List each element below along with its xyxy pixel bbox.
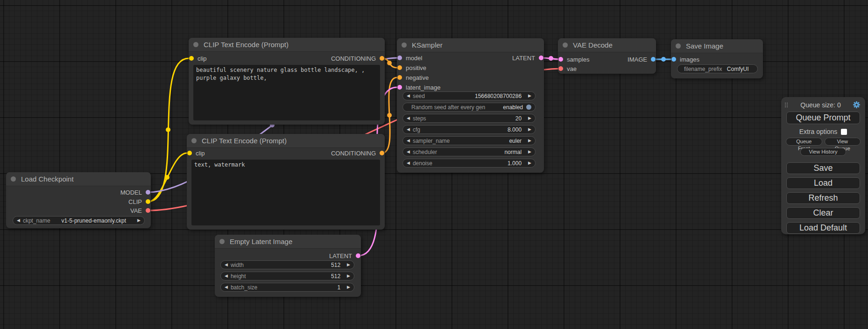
width-widget[interactable]: ◀ width 512 ▶: [220, 260, 354, 269]
input-slot-latent-image[interactable]: latent_image: [397, 83, 544, 92]
node-empty-latent-image[interactable]: Empty Latent Image LATENT ◀ width 512 ▶ …: [215, 235, 361, 297]
steps-widget[interactable]: ◀ steps 20 ▶: [402, 114, 536, 123]
vae-slot-icon[interactable]: [558, 66, 563, 71]
view-queue-button[interactable]: View Queue: [825, 138, 861, 146]
clear-button[interactable]: Clear: [786, 207, 860, 219]
increment-arrow-icon[interactable]: ▶: [137, 218, 141, 223]
collapse-dot-icon[interactable]: [11, 176, 16, 182]
cfg-widget[interactable]: ◀ cfg 8.000 ▶: [402, 125, 536, 134]
output-slot-clip[interactable]: CLIP: [6, 197, 151, 206]
node-ksampler[interactable]: KSampler model LATENT positive negative …: [397, 38, 544, 173]
node-title-bar[interactable]: VAE Decode: [558, 38, 656, 52]
decrement-arrow-icon[interactable]: ◀: [407, 116, 410, 120]
node-title-bar[interactable]: CLIP Text Encode (Prompt): [187, 134, 385, 148]
increment-arrow-icon[interactable]: ▶: [528, 139, 531, 143]
output-slot-conditioning[interactable]: CONDITIONING: [328, 150, 385, 157]
node-load-checkpoint[interactable]: Load Checkpoint MODEL CLIP VAE ◀ ckpt_na…: [6, 172, 151, 228]
widget-label: cfg: [413, 126, 420, 133]
toggle-dot-icon[interactable]: [526, 105, 531, 110]
decrement-arrow-icon[interactable]: ◀: [225, 263, 228, 267]
increment-arrow-icon[interactable]: ▶: [528, 150, 531, 154]
decrement-arrow-icon[interactable]: ◀: [407, 139, 410, 143]
decrement-arrow-icon[interactable]: ◀: [225, 285, 228, 289]
collapse-dot-icon[interactable]: [193, 42, 198, 47]
decrement-arrow-icon[interactable]: ◀: [407, 94, 410, 98]
input-slot-clip[interactable]: clip: [187, 150, 208, 157]
node-title-bar[interactable]: KSampler: [397, 38, 544, 52]
decrement-arrow-icon[interactable]: ◀: [407, 127, 410, 132]
node-save-image[interactable]: Save Image images filename_prefix ComfyU…: [671, 39, 763, 78]
decrement-arrow-icon[interactable]: ◀: [407, 150, 410, 154]
settings-gear-icon[interactable]: [853, 101, 861, 109]
latent-slot-icon[interactable]: [539, 56, 543, 60]
node-clip-text-encode-negative[interactable]: CLIP Text Encode (Prompt) clip CONDITION…: [187, 134, 385, 230]
queue-prompt-button[interactable]: Queue Prompt: [786, 112, 860, 124]
node-title-bar[interactable]: Save Image: [671, 39, 763, 53]
collapse-dot-icon[interactable]: [402, 42, 407, 48]
vae-slot-icon[interactable]: [146, 208, 150, 213]
decrement-arrow-icon[interactable]: ◀: [17, 218, 20, 223]
clip-slot-icon[interactable]: [187, 151, 192, 155]
input-slot-images[interactable]: images: [671, 55, 763, 64]
collapse-dot-icon[interactable]: [563, 42, 568, 48]
increment-arrow-icon[interactable]: ▶: [528, 161, 531, 165]
latent-slot-icon[interactable]: [356, 253, 360, 258]
output-slot-latent[interactable]: LATENT: [215, 251, 361, 260]
latent-slot-icon[interactable]: [397, 85, 402, 90]
input-slot-clip[interactable]: clip: [189, 55, 210, 62]
view-history-button[interactable]: View History: [800, 148, 846, 156]
increment-arrow-icon[interactable]: ▶: [528, 127, 531, 132]
output-slot-vae[interactable]: VAE: [6, 206, 151, 215]
node-title-bar[interactable]: CLIP Text Encode (Prompt): [189, 38, 385, 52]
prompt-textarea[interactable]: text, watermark: [191, 160, 380, 225]
image-slot-icon[interactable]: [671, 57, 676, 62]
seed-widget[interactable]: ◀ seed 156680208700286 ▶: [402, 91, 536, 100]
input-slot-vae[interactable]: vae: [558, 64, 656, 73]
input-slot-positive[interactable]: positive: [397, 63, 544, 72]
load-default-button[interactable]: Load Default: [786, 222, 860, 234]
node-vae-decode[interactable]: VAE Decode samples IMAGE vae: [558, 38, 656, 74]
refresh-button[interactable]: Refresh: [786, 192, 860, 204]
decrement-arrow-icon[interactable]: ◀: [225, 274, 228, 278]
output-slot-latent[interactable]: LATENT: [397, 53, 544, 63]
increment-arrow-icon[interactable]: ▶: [347, 285, 350, 289]
clip-slot-icon[interactable]: [189, 56, 194, 61]
conditioning-slot-icon[interactable]: [380, 56, 384, 61]
collapse-dot-icon[interactable]: [676, 43, 681, 49]
prompt-textarea[interactable]: beautiful scenery nature glass bottle la…: [193, 65, 380, 120]
clip-slot-icon[interactable]: [146, 199, 150, 204]
drag-handle-icon[interactable]: [785, 103, 788, 107]
scheduler-widget[interactable]: ◀ scheduler normal ▶: [402, 147, 536, 156]
filename-prefix-widget[interactable]: filename_prefix ComfyUI: [677, 64, 758, 73]
height-widget[interactable]: ◀ height 512 ▶: [220, 272, 354, 280]
conditioning-slot-icon[interactable]: [397, 65, 402, 70]
input-slot-negative[interactable]: negative: [397, 73, 544, 82]
model-slot-icon[interactable]: [146, 190, 150, 195]
node-title-bar[interactable]: Empty Latent Image: [215, 235, 361, 249]
output-slot-conditioning[interactable]: CONDITIONING: [328, 55, 385, 62]
ckpt-name-widget[interactable]: ◀ ckpt_name v1-5-pruned-emaonly.ckpt ▶: [13, 216, 145, 225]
sampler-name-widget[interactable]: ◀ sampler_name euler ▶: [402, 136, 536, 145]
increment-arrow-icon[interactable]: ▶: [347, 274, 350, 278]
output-slot-model[interactable]: MODEL: [6, 188, 151, 197]
collapse-dot-icon[interactable]: [219, 239, 225, 244]
node-clip-text-encode-positive[interactable]: CLIP Text Encode (Prompt) clip CONDITION…: [189, 38, 385, 125]
output-slot-image[interactable]: IMAGE: [558, 55, 656, 64]
increment-arrow-icon[interactable]: ▶: [528, 94, 531, 98]
conditioning-slot-icon[interactable]: [380, 151, 384, 155]
batch-size-widget[interactable]: ◀ batch_size 1 ▶: [220, 283, 354, 292]
random-seed-toggle-widget[interactable]: Random seed after every gen enabled: [402, 103, 536, 112]
node-title: Empty Latent Image: [230, 238, 292, 245]
decrement-arrow-icon[interactable]: ◀: [407, 161, 410, 165]
load-button[interactable]: Load: [786, 177, 860, 189]
denoise-widget[interactable]: ◀ denoise 1.000 ▶: [402, 159, 536, 168]
queue-front-button[interactable]: Queue Front: [786, 138, 822, 146]
collapse-dot-icon[interactable]: [191, 138, 197, 143]
save-button[interactable]: Save: [786, 162, 860, 174]
extra-options-checkbox[interactable]: [841, 129, 847, 135]
increment-arrow-icon[interactable]: ▶: [528, 116, 531, 120]
increment-arrow-icon[interactable]: ▶: [347, 263, 350, 267]
conditioning-slot-icon[interactable]: [397, 75, 402, 80]
image-slot-icon[interactable]: [651, 57, 656, 62]
node-title-bar[interactable]: Load Checkpoint: [6, 172, 151, 186]
